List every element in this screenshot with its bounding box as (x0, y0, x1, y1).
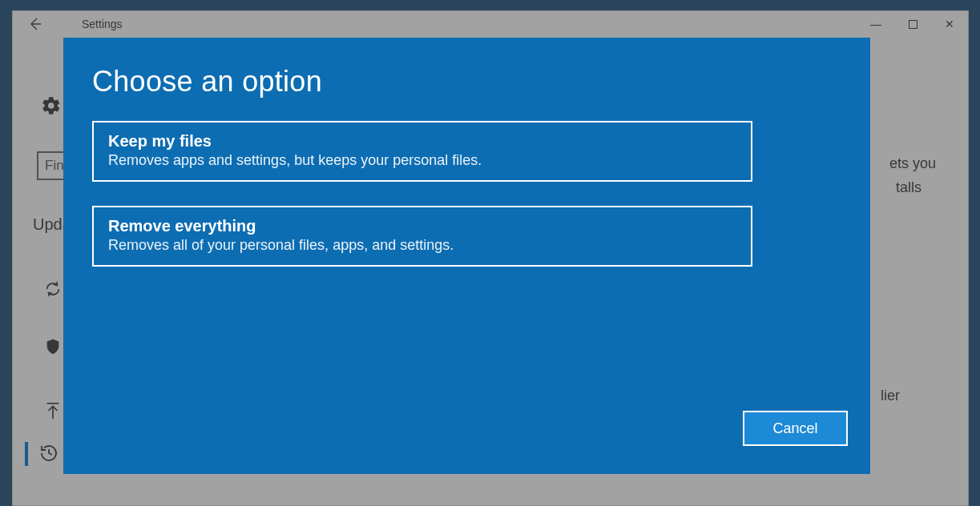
dialog-title: Choose an option (92, 65, 841, 98)
option-remove-everything[interactable]: Remove everything Removes all of your pe… (92, 206, 752, 267)
option-keep-my-files[interactable]: Keep my files Removes apps and settings,… (92, 121, 752, 182)
choose-option-dialog: Choose an option Keep my files Removes a… (63, 38, 870, 474)
cancel-button[interactable]: Cancel (743, 411, 848, 446)
option-description: Removes apps and settings, but keeps you… (108, 152, 736, 169)
option-title: Remove everything (108, 217, 736, 235)
option-description: Removes all of your personal files, apps… (108, 237, 736, 254)
option-title: Keep my files (108, 132, 736, 151)
cancel-label: Cancel (772, 420, 817, 437)
